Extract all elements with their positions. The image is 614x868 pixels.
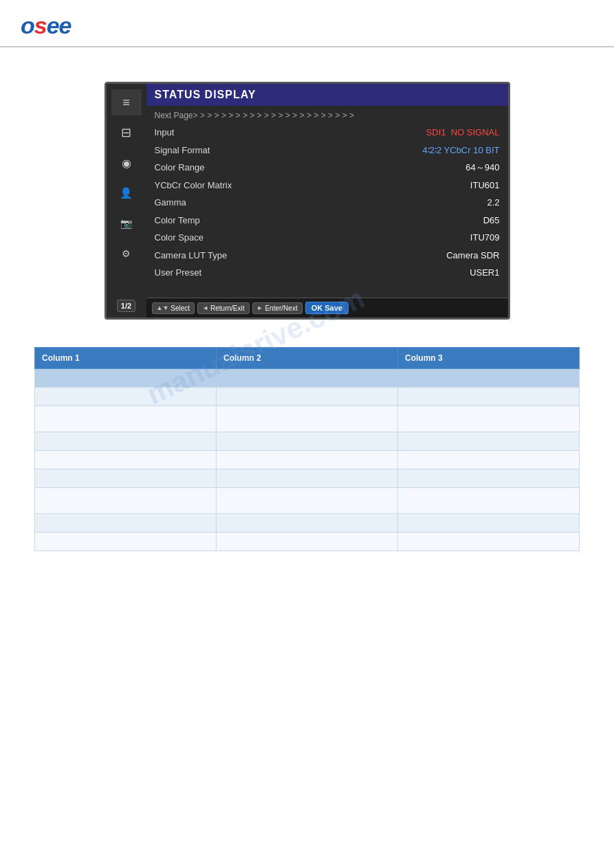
table-cell [398,432,580,451]
color-temp-value: D65 [483,214,500,227]
table-row [35,432,580,451]
return-exit-button[interactable]: ◄ Return/Exit [197,302,249,314]
table-header-col2: Column 2 [217,348,398,369]
enter-next-label: Enter/Next [265,304,297,312]
enter-next-button[interactable]: ► Enter/Next [252,302,303,314]
table-row [35,451,580,469]
table-cell [398,406,580,432]
save-button[interactable]: OK Save [305,302,349,314]
menu-rows: Next Page> > > > > > > > > > > > > > > >… [146,106,508,298]
right-arrow-icon: ► [257,304,263,311]
table-cell [217,488,398,514]
menu-row-ycbcr-matrix: YCbCr Color Matrix ITU601 [146,177,508,194]
sidebar-item-display[interactable]: ⊟ [111,120,142,146]
color-space-value: ITU709 [470,231,500,245]
ok-icon: OK [311,304,323,312]
sidebar-item-color[interactable]: ◉ [111,150,142,176]
user-preset-label: User Preset [155,266,202,280]
sidebar-item-key[interactable]: ⚙ [111,241,142,267]
input-label: Input [155,126,175,140]
table-cell [217,432,398,451]
table-cell [217,451,398,469]
table-cell [35,469,217,488]
monitor-box: ≡ ⊟ ◉ 👤 📷 ⚙ [105,82,510,320]
sidebar-item-camera[interactable]: 📷 [111,210,142,236]
table-header-row: Column 1 Column 2 Column 3 [35,348,580,369]
user-preset-value: USER1 [470,266,499,280]
table-row [35,388,580,406]
sidebar: ≡ ⊟ ◉ 👤 📷 ⚙ [107,84,146,318]
monitor-inner: ≡ ⊟ ◉ 👤 📷 ⚙ [107,84,508,318]
table-cell [35,432,217,451]
table-cell [35,406,217,432]
camera-icon: 📷 [120,218,132,229]
menu-row-signal-format: Signal Format 4∶2∶2 YCbCr 10 BIT [146,142,508,159]
user-icon: 👤 [120,187,133,199]
table-header-col3: Column 3 [398,348,580,369]
sidebar-item-user[interactable]: 👤 [111,180,142,206]
status-title: STATUS DISPLAY [146,84,508,106]
table-cell [217,514,398,533]
ycbcr-matrix-label: YCbCr Color Matrix [155,179,232,192]
menu-row-input: Input SDI1 NO SIGNAL [146,124,508,142]
table-cell [35,451,217,469]
color-range-label: Color Range [155,161,205,175]
color-space-label: Color Space [155,231,204,245]
table-cell [217,388,398,406]
table-row [35,533,580,551]
left-arrow-icon: ◄ [202,304,208,311]
key-icon: ⚙ [122,248,131,259]
table-cell [398,488,580,514]
camera-lut-label: Camera LUT Type [155,249,228,263]
table-header-col1: Column 1 [35,348,217,369]
table-cell [217,406,398,432]
color-icon: ◉ [122,157,131,170]
data-table: Column 1 Column 2 Column 3 [34,347,580,551]
menu-row-color-space: Color Space ITU709 [146,229,508,247]
table-cell [398,469,580,488]
updown-arrow-icon: ▲▼ [157,304,169,311]
color-temp-label: Color Temp [155,214,200,227]
bottom-controls: ▲▼ Select ◄ Return/Exit ► Enter/Next O [146,298,508,318]
table-row [35,406,580,432]
menu-row-gamma: Gamma 2.2 [146,194,508,212]
logo-text: osee [21,12,72,39]
menu-row-user-preset: User Preset USER1 [146,264,508,282]
menu-row-nextpage: Next Page> > > > > > > > > > > > > > > >… [146,107,508,124]
table-cell [398,451,580,469]
ycbcr-matrix-value: ITU601 [470,179,500,192]
gamma-label: Gamma [155,196,186,210]
gamma-value: 2.2 [487,196,499,210]
table-section: Column 1 Column 2 Column 3 [34,347,580,551]
main-content: ≡ ⊟ ◉ 👤 📷 ⚙ [0,47,614,586]
signal-format-value: 4∶2∶2 YCbCr 10 BIT [423,144,500,157]
logo: osee [21,12,593,39]
menu-icon: ≡ [122,96,130,110]
page-indicator: 1/2 [117,300,135,312]
table-row [35,488,580,514]
signal-format-label: Signal Format [155,144,210,157]
table-section-header-row [35,369,580,388]
table-cell [217,533,398,551]
table-cell [398,388,580,406]
camera-lut-value: Camera SDR [446,249,499,263]
display-icon: ⊟ [121,125,131,140]
sidebar-item-menu[interactable]: ≡ [111,89,142,115]
monitor-container: ≡ ⊟ ◉ 👤 📷 ⚙ [34,82,580,320]
select-label: Select [171,304,190,312]
table-row [35,469,580,488]
select-button[interactable]: ▲▼ Select [152,302,195,314]
table-cell [35,514,217,533]
table-cell [398,533,580,551]
nextpage-label: Next Page> > > > > > > > > > > > > > > >… [155,109,355,122]
input-value: SDI1 NO SIGNAL [426,126,500,140]
menu-row-color-temp: Color Temp D65 [146,212,508,230]
table-cell [35,388,217,406]
return-exit-label: Return/Exit [210,304,244,312]
display-panel: STATUS DISPLAY Next Page> > > > > > > > … [146,84,508,318]
table-cell [217,469,398,488]
table-cell [35,488,217,514]
table-cell [35,533,217,551]
table-row [35,514,580,533]
table-cell [398,514,580,533]
